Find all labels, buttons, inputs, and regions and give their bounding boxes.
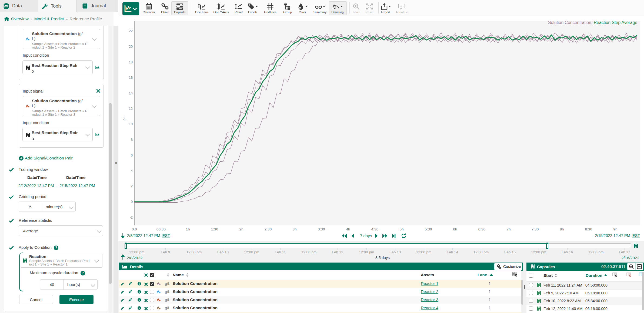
svg-text:7 days: 7 days — [360, 233, 372, 238]
